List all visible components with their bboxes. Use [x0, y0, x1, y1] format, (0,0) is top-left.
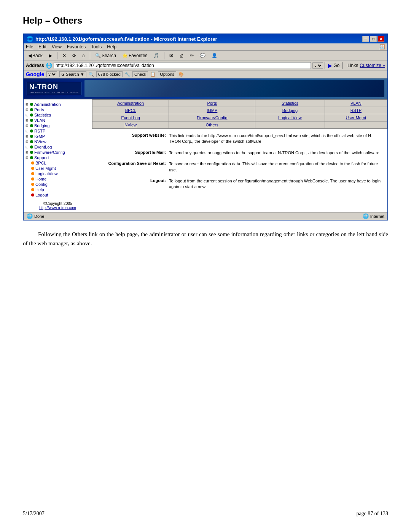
nav-link-vlan[interactable]: VLAN [350, 101, 362, 105]
menu-help[interactable]: Help [107, 44, 116, 50]
nav-link-bridging[interactable]: Bridging [282, 108, 298, 113]
expand-icon: ⊞ [25, 150, 29, 154]
blocked-label[interactable]: 678 blocked [96, 71, 123, 77]
browser-window-controls[interactable]: ─ □ ✕ [362, 36, 384, 42]
sidebar-item-config[interactable]: Config [31, 182, 90, 187]
customize-button[interactable]: Customize » [360, 63, 385, 68]
sidebar-item-statistics[interactable]: ⊞ Statistics [25, 112, 90, 118]
sidebar-item-rstp[interactable]: ⊞ RSTP [25, 128, 90, 134]
status-page-icon: 🌐 [27, 213, 33, 219]
toolbar-separator-3 [164, 52, 164, 59]
back-button[interactable]: ◀ Back [26, 52, 45, 59]
sidebar-item-logout[interactable]: Logout [31, 192, 90, 198]
sidebar-item-vlan[interactable]: ⊞ VLAN [25, 118, 90, 123]
media-button[interactable]: 🎵 [151, 52, 161, 59]
menu-file[interactable]: File [26, 44, 33, 50]
search-button[interactable]: 🔍 Search [93, 52, 118, 59]
messenger-button[interactable]: 👤 [209, 52, 220, 59]
sidebar-item-igmp[interactable]: ⊞ IGMP [25, 134, 90, 139]
stop-button[interactable]: ✕ [60, 52, 68, 59]
help-label-logout: Logout: [97, 178, 169, 190]
maximize-button[interactable]: □ [370, 36, 377, 42]
bullet-green [30, 119, 33, 122]
nav-link-firmware[interactable]: Firmware/Config [197, 115, 228, 120]
nav-link-statistics[interactable]: Statistics [282, 101, 298, 105]
nav-cell-rstp[interactable]: RSTP [325, 107, 387, 114]
address-dropdown[interactable]: v [312, 62, 323, 69]
sidebar-label-rstp: RSTP [34, 129, 45, 133]
nav-link-eventlog[interactable]: Event Log [121, 115, 140, 120]
nav-cell-firmware[interactable]: Firmware/Config [169, 114, 255, 121]
sidebar-item-ports[interactable]: ⊞ Ports [25, 107, 90, 112]
sidebar-item-help[interactable]: Help [31, 187, 90, 192]
sidebar-item-bpcl[interactable]: BPCL [31, 160, 90, 166]
home-button[interactable]: ⌂ [80, 52, 87, 59]
nav-cell-administration[interactable]: Administration [92, 100, 169, 107]
menu-favorites[interactable]: Favorites [67, 44, 86, 50]
nav-cell-nview[interactable]: NView [92, 121, 169, 129]
nav-cell-ports[interactable]: Ports [169, 100, 255, 107]
nav-link-bpcl[interactable]: BPCL [125, 108, 136, 113]
sidebar-item-usermgmt[interactable]: User Mgmt [31, 166, 90, 171]
ntron-logo: N-TRON THE INDUSTRIAL NETWORK COMPANY [27, 82, 81, 95]
help-row-logout: Logout: To logout from the current sessi… [97, 178, 383, 190]
help-row-support-website: Support website: This link leads to the … [97, 133, 383, 145]
nav-cell-igmp[interactable]: IGMP [169, 107, 255, 114]
minimize-button[interactable]: ─ [362, 36, 369, 42]
address-input[interactable] [54, 62, 311, 69]
nav-link-logicalview[interactable]: Logical View [278, 115, 302, 120]
menu-tools[interactable]: Tools [91, 44, 102, 50]
bullet-green [30, 129, 33, 133]
sidebar-item-logicalview[interactable]: LogicalView [31, 171, 90, 176]
check-button[interactable]: Check [132, 71, 148, 77]
sidebar-item-support[interactable]: ⊞ Support [25, 155, 90, 160]
mail-button[interactable]: ✉ [167, 52, 175, 59]
nav-link-nview[interactable]: NView [124, 123, 137, 127]
search-icon: 🔍 [89, 72, 94, 77]
go-button[interactable]: ▶ Go [325, 62, 343, 69]
nav-link-igmp[interactable]: IGMP [207, 108, 217, 113]
sidebar-item-nview[interactable]: ⊞ NView [25, 139, 90, 144]
menu-edit[interactable]: Edit [38, 44, 46, 50]
nav-link-administration[interactable]: Administration [117, 101, 144, 105]
nav-cell-statistics[interactable]: Statistics [255, 100, 325, 107]
nav-cell-logicalview[interactable]: Logical View [255, 114, 325, 121]
sidebar-item-administration[interactable]: ⊞ Administration [25, 102, 90, 107]
nav-cell-usermgmt[interactable]: User Mgmt [325, 114, 387, 121]
nav-link-others[interactable]: Others [206, 123, 218, 127]
options-button[interactable]: Options [158, 71, 176, 77]
browser-window: 🌐 http://192.168.1.201/goform/successful… [23, 34, 388, 220]
sidebar-label-administration: Administration [34, 102, 61, 107]
nav-link-rstp[interactable]: RSTP [350, 108, 362, 113]
discuss-button[interactable]: 💬 [198, 52, 208, 59]
edit-button[interactable]: ✏ [188, 52, 196, 59]
check-icon: 🔧 [125, 72, 130, 77]
sidebar-item-firmware[interactable]: ⊞ Firmware/Config [25, 150, 90, 155]
internet-icon: 🌐 [363, 213, 369, 219]
google-search-button[interactable]: G Search ▼ [59, 71, 86, 77]
favorites-button[interactable]: ⭐ Favorites [120, 52, 150, 59]
sidebar-label-igmp: IGMP [34, 134, 45, 139]
sidebar-item-bridging[interactable]: ⊞ Bridging [25, 123, 90, 128]
bullet-orange [31, 161, 34, 165]
print-button[interactable]: 🖨 [177, 52, 186, 59]
refresh-button[interactable]: ⟳ [70, 52, 78, 59]
forward-button[interactable]: ▶ [46, 52, 54, 59]
nav-cell-others[interactable]: Others [169, 121, 255, 129]
bullet-green [30, 108, 33, 111]
nav-link-usermgmt[interactable]: User Mgmt [346, 115, 366, 120]
nav-cell-vlan[interactable]: VLAN [325, 100, 387, 107]
menu-view[interactable]: View [52, 44, 62, 50]
nav-cell-bridging[interactable]: Bridging [255, 107, 325, 114]
nav-cell-eventlog[interactable]: Event Log [92, 114, 169, 121]
browser-menubar: File Edit View Favorites Tools Help 🪟 [24, 43, 387, 51]
toolbar-separator-2 [90, 52, 90, 59]
ntron-header: N-TRON THE INDUSTRIAL NETWORK COMPANY [24, 78, 387, 99]
sidebar-url[interactable]: http://www.n-tron.com [25, 206, 90, 210]
sidebar-item-eventlog[interactable]: ⊞ EventLog [25, 144, 90, 150]
sidebar-item-home[interactable]: Home [31, 176, 90, 182]
google-dropdown[interactable]: v [46, 71, 57, 77]
close-button[interactable]: ✕ [378, 36, 384, 42]
nav-cell-bpcl[interactable]: BPCL [92, 107, 169, 114]
nav-link-ports[interactable]: Ports [207, 101, 217, 105]
